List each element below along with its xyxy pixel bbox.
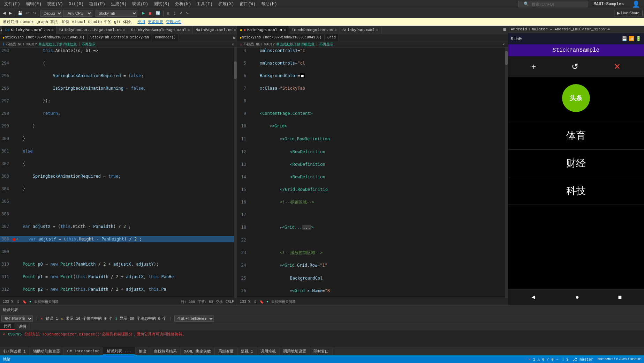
left-print-icon[interactable]: 🖨 — [16, 300, 20, 304]
search-input[interactable] — [532, 2, 584, 6]
left-scrollbar-thumb[interactable] — [234, 61, 237, 79]
back-btn[interactable]: ◀ — [1, 10, 7, 16]
bottom-tab-callstack[interactable]: 调用堆栈 — [257, 347, 280, 355]
search-box[interactable]: 🔍 — [518, 1, 588, 7]
tab-stickypan-cs[interactable]: C# StickyPan.xaml.cs ✕ — [2, 26, 56, 34]
right-tabs-overflow-btn[interactable]: ≡ — [501, 27, 508, 33]
start-btn[interactable]: ▶ — [141, 10, 146, 16]
solution-filter-dropdown[interactable]: 整个解决方案 — [1, 316, 33, 322]
right-bookmark-icon[interactable]: 🔖 — [259, 300, 264, 304]
menu-edit[interactable]: 编辑(E) — [23, 1, 45, 7]
left-bookmark-icon[interactable]: 🔖 — [22, 300, 26, 304]
right-info-dismiss[interactable]: 不再显示 — [319, 42, 333, 47]
android-add-btn[interactable]: + — [531, 62, 536, 72]
git-manage-link[interactable]: 管理此性 — [166, 19, 181, 24]
split-editor-btn[interactable]: ⊞ — [232, 36, 237, 40]
build-filter-dropdown[interactable]: 生成 + IntelliSense — [174, 316, 214, 322]
app-item-toutiao[interactable]: 头条 — [508, 77, 644, 122]
breadcrumb-class-left[interactable]: StickyTab.Controls.StickyPan — [88, 34, 152, 41]
left-scrollbar[interactable] — [234, 47, 237, 298]
user-icon[interactable]: 👤 — [629, 0, 643, 8]
right-info-close[interactable]: ✕ — [503, 42, 505, 46]
bottom-tab-watch1[interactable]: 监视 1 — [237, 347, 257, 355]
debug-mode-dropdown[interactable]: Debug — [40, 10, 62, 17]
step-into-btn[interactable]: ⤶ — [178, 10, 184, 16]
breadcrumb-namespace-left[interactable]: ▶ StickyTab (net7.0-windows10.0.19041.0) — [0, 34, 88, 41]
menu-tools[interactable]: 工具(T) — [194, 1, 215, 7]
tab-mainpage-cs[interactable]: MainPage.xaml.cs ✕ — [193, 26, 237, 34]
tab-close-stickypansam[interactable]: ✕ — [123, 28, 125, 32]
pause-btn[interactable]: ⏸ — [165, 10, 172, 16]
menu-view[interactable]: 视图(V) — [44, 1, 66, 7]
restart-btn[interactable]: 🔄 — [154, 10, 162, 16]
step-over-btn[interactable]: ⤵ — [172, 10, 177, 16]
menu-build[interactable]: 生成(B) — [108, 1, 130, 7]
bottom-tab-calladdr[interactable]: 调用地址设置 — [280, 347, 310, 355]
cpu-dropdown[interactable]: Any CPU — [63, 10, 92, 17]
android-close-btn[interactable]: ✕ — [614, 62, 621, 72]
app-item-sports[interactable]: 体育 — [508, 122, 644, 150]
android-home-nav[interactable]: ● — [575, 294, 579, 301]
right-info-link[interactable]: 单击此处以了解详细信息 — [276, 42, 315, 47]
git-apply-link[interactable]: 应用 — [137, 19, 145, 24]
menu-window[interactable]: 窗口(W) — [237, 1, 258, 7]
app-item-finance[interactable]: 财经 — [508, 150, 644, 177]
breadcrumb-namespace-right[interactable]: ▶ StickyTab (net7.0-windows10.0.19041.0) — [237, 34, 325, 41]
app-item-tech[interactable]: 科技 — [508, 177, 644, 205]
error-col-desc[interactable]: 说明 — [15, 323, 30, 330]
bottom-tab-findsymbol[interactable]: 查找符号结果 — [150, 347, 181, 355]
tab-close-stickypan[interactable]: ✕ — [51, 28, 53, 32]
step-out-btn[interactable]: ⤷ — [184, 10, 190, 16]
android-recents-nav[interactable]: ■ — [618, 294, 622, 301]
right-code-editor[interactable]: 4 xmlns:controls1="c 5 xmlns:controls="c… — [237, 47, 508, 298]
menu-file[interactable]: 文件(F) — [1, 1, 23, 7]
bottom-tab-xamlbinding[interactable]: XAML 绑定失败 — [181, 347, 215, 355]
breadcrumb-method-left[interactable]: ReRender() — [152, 34, 179, 41]
android-back-nav[interactable]: ◄ — [530, 294, 537, 301]
bottom-tab-output[interactable]: 输出 — [135, 347, 150, 355]
menu-git[interactable]: Git(G) — [66, 2, 86, 7]
left-code-editor[interactable]: 293 this.Animate((d, b) => 294 { 295 Spr… — [0, 47, 237, 298]
right-scrollbar[interactable] — [505, 47, 508, 298]
tab-stickypan-xaml[interactable]: StickyPan.xaml ✕ — [340, 26, 381, 34]
bottom-tab-linewatch[interactable]: 行/列监视 1 — [0, 347, 30, 355]
bottom-tab-errorlist[interactable]: 错误列表 ... — [103, 347, 135, 355]
tab-close-touch[interactable]: ✕ — [335, 28, 337, 32]
target-dropdown[interactable]: StickyTab — [96, 10, 137, 17]
tab-stickypansample-xaml[interactable]: StickyPanSamplePage.xaml ✕ — [128, 26, 193, 34]
bottom-tab-accessibility[interactable]: 辅助功能检查器 — [30, 347, 64, 355]
breadcrumb-grid-right[interactable]: Grid — [325, 34, 339, 41]
git-more-link[interactable]: 更多信息 — [148, 19, 163, 24]
tab-stickypansam-cs[interactable]: StickyPanSam...Page.xaml.cs ✕ — [56, 26, 128, 34]
save-btn[interactable]: 💾 — [16, 10, 24, 16]
left-info-close[interactable]: ✕ — [232, 42, 234, 46]
tab-close-mainpage-xaml[interactable]: ✕ — [284, 28, 286, 32]
android-refresh-btn[interactable]: ↺ — [571, 62, 578, 72]
menu-analyze[interactable]: 分析(N) — [172, 1, 194, 7]
tab-touch-cs[interactable]: TouchRecognizer.cs ✕ — [289, 26, 340, 34]
live-share-btn[interactable]: ▶ Live Share — [614, 10, 643, 16]
tab-mainpage-xaml[interactable]: ◆ ● MainPage.xaml ● ✕ — [237, 26, 289, 34]
right-scrollbar-thumb[interactable] — [505, 51, 508, 65]
bottom-tab-locals[interactable]: 局部变量 — [215, 347, 237, 355]
menu-project[interactable]: 项目(P) — [86, 1, 108, 7]
forward-btn[interactable]: ▶ — [8, 10, 13, 16]
left-info-dismiss[interactable]: 不再显示 — [82, 42, 96, 47]
bottom-tab-immediate[interactable]: 即时窗口 — [310, 347, 333, 355]
bottom-tab-csharpinteractive[interactable]: C# Interactive — [64, 347, 103, 355]
tab-close-stickypan-xaml[interactable]: ✕ — [376, 28, 378, 32]
stop-btn[interactable]: ⏹ — [147, 10, 153, 16]
undo-btn[interactable]: ↩ — [25, 10, 31, 16]
android-app-content[interactable]: 头条 体育 财经 科技 — [508, 77, 644, 289]
tab-close-mainpage[interactable]: ✕ — [234, 28, 236, 32]
menu-help[interactable]: 帮助(H) — [258, 1, 280, 7]
right-print-icon[interactable]: 🖨 — [253, 300, 257, 304]
tab-close-stickypansample[interactable]: ✕ — [188, 28, 190, 32]
left-info-link[interactable]: 单击此处以了解详细信息 — [38, 42, 77, 47]
menu-extensions[interactable]: 扩展(X) — [215, 1, 237, 7]
menu-test[interactable]: 测试(S) — [151, 1, 173, 7]
redo-btn[interactable]: ↪ — [31, 10, 37, 16]
error-col-code[interactable]: 代码 — [0, 323, 15, 330]
status-branch[interactable]: ⎇ master — [573, 357, 593, 362]
menu-debug[interactable]: 调试(D) — [129, 1, 151, 7]
